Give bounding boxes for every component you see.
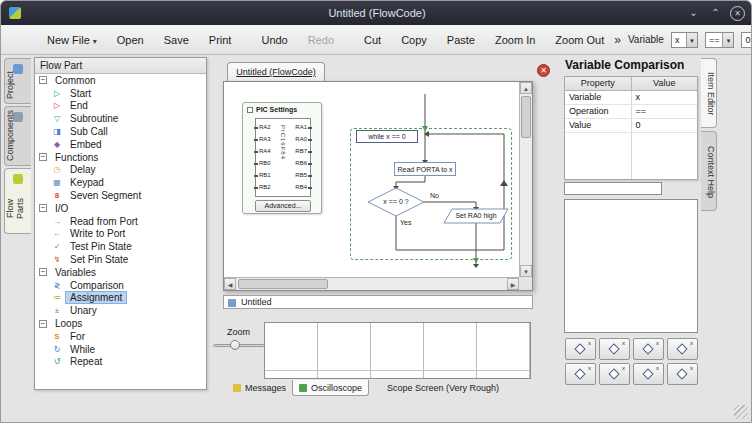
toolbar-overflow-icon[interactable]: » — [614, 33, 621, 47]
new-file-button[interactable]: New File — [37, 29, 107, 51]
document-tab[interactable]: Untitled (FlowCode) — [227, 62, 325, 82]
comparison-template-1[interactable] — [565, 338, 596, 360]
value-cell[interactable]: 0 — [632, 119, 698, 133]
maximize-icon[interactable]: ⌃ — [708, 6, 723, 21]
paste-button[interactable]: Paste — [437, 29, 485, 51]
tree-item-delay[interactable]: ◷Delay — [35, 164, 206, 177]
sidebar-tab-project[interactable]: Project — [4, 58, 31, 104]
comparison-template-5[interactable] — [565, 363, 596, 385]
chevron-down-icon[interactable] — [686, 33, 697, 47]
column-header-property[interactable]: Property — [565, 77, 632, 91]
read-porta-block[interactable]: Read PORTA to x — [394, 162, 456, 176]
zoom-slider-thumb[interactable] — [230, 340, 240, 350]
flowchart-name-field[interactable]: Untitled — [223, 295, 533, 309]
column-header-value[interactable]: Value — [632, 77, 698, 91]
tree-item-sub-call[interactable]: ◨Sub Call — [35, 125, 206, 138]
flowchart-canvas[interactable]: while x == 0 Read PORTA to x x == 0 ? No… — [223, 81, 533, 291]
tree-item-subroutine[interactable]: ▽Subroutine — [35, 112, 206, 125]
print-button[interactable]: Print — [199, 29, 242, 51]
undo-button[interactable]: Undo — [251, 29, 297, 51]
tree-item-for[interactable]: SFor — [35, 330, 206, 343]
sidebar-tab-components[interactable]: Components — [4, 106, 31, 166]
item-list-box[interactable] — [564, 199, 698, 333]
scroll-down-icon[interactable]: ▼ — [520, 265, 532, 277]
scroll-up-icon[interactable]: ▲ — [520, 82, 532, 94]
flow-part-panel: Flow Part Common ▷Start ▷End ▽Subroutine… — [34, 57, 207, 390]
set-pin-icon: ↯ — [52, 255, 62, 264]
vertical-scroll-thumb[interactable] — [521, 96, 531, 138]
resize-grip[interactable] — [734, 405, 748, 419]
collapse-icon[interactable] — [39, 153, 47, 161]
set-ra0-block-label[interactable]: Set RA0 high — [447, 209, 505, 223]
decision-block-label[interactable]: x == 0 ? — [368, 195, 424, 209]
collapse-icon[interactable] — [39, 268, 47, 276]
value-cell[interactable]: == — [632, 105, 698, 119]
close-document-icon[interactable]: ✕ — [537, 64, 550, 77]
expression-input[interactable] — [564, 182, 662, 195]
comparison-template-7[interactable] — [633, 363, 664, 385]
tree-item-write-to-port[interactable]: ←Write to Port — [35, 228, 206, 241]
save-button[interactable]: Save — [154, 29, 199, 51]
comparison-template-8[interactable] — [667, 363, 698, 385]
cut-button[interactable]: Cut — [354, 29, 391, 51]
tree-item-repeat[interactable]: ↺Repeat — [35, 356, 206, 369]
collapse-icon[interactable] — [39, 320, 47, 328]
tree-item-assignment[interactable]: ≔Assignment — [35, 292, 206, 305]
minimize-icon[interactable]: ⌄ — [686, 6, 701, 21]
tree-group-common[interactable]: Common — [35, 74, 206, 87]
close-icon[interactable]: ✕ — [730, 6, 745, 21]
variable-combo[interactable]: x — [671, 32, 698, 48]
scroll-left-icon[interactable]: ◀ — [224, 278, 236, 290]
collapse-icon[interactable] — [39, 76, 47, 84]
redo-button: Redo — [298, 29, 344, 51]
value-cell[interactable]: x — [632, 91, 698, 105]
zoom-out-button[interactable]: Zoom Out — [545, 29, 614, 51]
chevron-down-icon[interactable] — [722, 33, 733, 47]
checkbox-icon[interactable] — [247, 107, 253, 113]
open-button[interactable]: Open — [107, 29, 154, 51]
while-loop-block[interactable]: while x == 0 — [356, 130, 418, 143]
sidebar-tab-label: Flow Parts — [5, 187, 31, 229]
tree-group-functions[interactable]: Functions — [35, 151, 206, 164]
canvas-horizontal-scrollbar[interactable]: ◀ ▶ — [224, 277, 519, 290]
comparison-template-2[interactable] — [599, 338, 630, 360]
value-combo[interactable]: 0 — [741, 32, 752, 48]
comparison-template-4[interactable] — [667, 338, 698, 360]
tab-oscilloscope[interactable]: Oscilloscope — [292, 380, 369, 396]
tree-item-embed[interactable]: ◆Embed — [35, 138, 206, 151]
tree-item-end[interactable]: ▷End — [35, 100, 206, 113]
tab-messages[interactable]: Messages — [227, 380, 292, 396]
tree-item-test-pin-state[interactable]: ✓Test Pin State — [35, 240, 206, 253]
tree-item-while[interactable]: ↻While — [35, 343, 206, 356]
copy-button[interactable]: Copy — [391, 29, 437, 51]
sidebar-tab-item-editor[interactable]: Item Editor — [701, 58, 717, 128]
advanced-button[interactable]: Advanced... — [255, 200, 311, 212]
scroll-right-icon[interactable]: ▶ — [507, 278, 519, 290]
tree-item-keypad[interactable]: ▦Keypad — [35, 176, 206, 189]
zoom-in-button[interactable]: Zoom In — [485, 29, 545, 51]
table-row[interactable]: Value 0 — [565, 119, 697, 133]
tree-item-unary[interactable]: ±Unary — [35, 304, 206, 317]
pic-settings-panel[interactable]: PIC Settings PIC16F84 RA2 RA3 RA4 RB0 RB… — [242, 102, 322, 214]
table-row[interactable]: Variable x — [565, 91, 697, 105]
tab-scope-screen[interactable]: Scope Screen (Very Rough) — [381, 380, 505, 396]
comparison-template-6[interactable] — [599, 363, 630, 385]
zoom-slider[interactable] — [213, 339, 265, 351]
canvas-vertical-scrollbar[interactable]: ▲ ▼ — [519, 82, 532, 277]
tree-item-read-from-port[interactable]: →Read from Port — [35, 215, 206, 228]
collapse-icon[interactable] — [39, 204, 47, 212]
tree-item-set-pin-state[interactable]: ↯Set Pin State — [35, 253, 206, 266]
titlebar[interactable]: Untitled (FlowCode) ⌄ ⌃ ✕ — [1, 1, 752, 25]
horizontal-scroll-thumb[interactable] — [238, 279, 328, 289]
tree-group-loops[interactable]: Loops — [35, 317, 206, 330]
tree-item-seven-segment[interactable]: 8Seven Segment — [35, 189, 206, 202]
tree-group-io[interactable]: I/O — [35, 202, 206, 215]
sidebar-tab-context-help[interactable]: Context Help — [701, 131, 717, 211]
comparison-template-3[interactable] — [633, 338, 664, 360]
tree-item-start[interactable]: ▷Start — [35, 87, 206, 100]
tree-group-variables[interactable]: Variables — [35, 266, 206, 279]
tree-item-comparison[interactable]: ≷Comparison — [35, 279, 206, 292]
sidebar-tab-flow-parts[interactable]: Flow Parts — [4, 168, 31, 234]
operator-combo[interactable]: == — [705, 32, 735, 48]
table-row[interactable]: Operation == — [565, 105, 697, 119]
